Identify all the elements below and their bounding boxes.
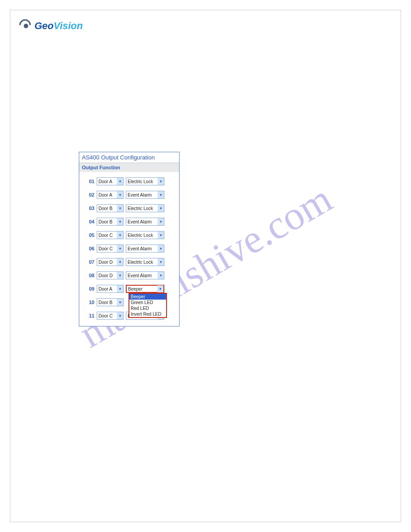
- door-select[interactable]: Door D▾: [97, 271, 124, 279]
- function-dropdown[interactable]: Beeper Green LED Red LED Invert Red LED: [128, 293, 167, 318]
- door-select-value: Door A: [98, 287, 112, 292]
- door-select[interactable]: Door C▾: [97, 245, 124, 253]
- chevron-down-icon: ▾: [158, 272, 164, 279]
- function-select[interactable]: Event Alarm▾: [126, 271, 164, 279]
- function-select-value: Event Alarm: [128, 246, 152, 251]
- door-select-value: Door A: [98, 179, 112, 184]
- function-select-value: Electric Lock: [128, 233, 153, 238]
- function-select[interactable]: Event Alarm▾: [126, 218, 164, 226]
- dropdown-option[interactable]: Invert Red LED: [129, 311, 166, 317]
- chevron-down-icon: ▾: [158, 205, 164, 212]
- output-config-panel: AS400 Output Configuration Output Functi…: [79, 152, 180, 326]
- chevron-down-icon: ▾: [117, 272, 123, 279]
- row-number: 08: [85, 273, 94, 278]
- chevron-down-icon: ▾: [117, 218, 123, 225]
- door-select-value: Door A: [98, 193, 112, 197]
- output-row: 06 Door C▾ Event Alarm▾: [82, 242, 176, 255]
- door-select-value: Door D: [98, 273, 113, 278]
- function-select-value: Electric Lock: [128, 206, 153, 211]
- door-select[interactable]: Door A▾: [97, 177, 124, 185]
- logo-text: GeoVision: [34, 20, 83, 32]
- row-number: 04: [85, 219, 94, 224]
- function-select[interactable]: Electric Lock▾: [126, 258, 164, 266]
- logo-icon: [19, 19, 33, 33]
- door-select[interactable]: Door C▾: [97, 312, 124, 320]
- door-select-value: Door C: [98, 246, 113, 251]
- function-select[interactable]: Electric Lock▾: [126, 231, 164, 239]
- output-row: 08 Door D▾ Event Alarm▾: [82, 269, 176, 282]
- function-select-value: Electric Lock: [128, 260, 153, 265]
- chevron-down-icon: ▾: [157, 285, 163, 292]
- row-number: 06: [85, 246, 94, 251]
- function-select-value: Event Alarm: [128, 219, 152, 224]
- logo-geo: Geo: [34, 20, 54, 31]
- door-select[interactable]: Door A▾: [97, 285, 124, 293]
- chevron-down-icon: ▾: [117, 299, 123, 306]
- door-select-value: Door B: [98, 219, 112, 224]
- function-select[interactable]: Beeper▾: [126, 285, 164, 293]
- door-select[interactable]: Door D▾: [97, 258, 124, 266]
- chevron-down-icon: ▾: [117, 232, 123, 239]
- output-row: 05 Door C▾ Electric Lock▾: [82, 228, 176, 242]
- panel-title: AS400 Output Configuration: [79, 152, 179, 163]
- output-row: 04 Door B▾ Event Alarm▾: [82, 215, 176, 228]
- function-select[interactable]: Event Alarm▾: [126, 191, 164, 199]
- dropdown-option[interactable]: Beeper: [129, 294, 166, 300]
- door-select[interactable]: Door B▾: [97, 204, 124, 212]
- door-select-value: Door D: [98, 260, 113, 265]
- brand-logo: GeoVision: [19, 19, 83, 33]
- output-row: 02 Door A▾ Event Alarm▾: [82, 188, 176, 202]
- output-row: 07 Door D▾ Electric Lock▾: [82, 255, 176, 269]
- function-select[interactable]: Electric Lock▾: [126, 204, 164, 212]
- chevron-down-icon: ▾: [158, 232, 164, 239]
- chevron-down-icon: ▾: [117, 205, 123, 212]
- row-number: 05: [85, 232, 94, 238]
- function-select-value: Event Alarm: [128, 273, 152, 278]
- door-select[interactable]: Door B▾: [97, 298, 124, 306]
- door-select-value: Door B: [98, 206, 112, 211]
- chevron-down-icon: ▾: [158, 258, 164, 266]
- chevron-down-icon: ▾: [158, 191, 164, 198]
- chevron-down-icon: ▾: [158, 245, 164, 252]
- chevron-down-icon: ▾: [117, 178, 123, 185]
- door-select-value: Door C: [98, 233, 113, 238]
- output-row: 01 Door A▾ Electric Lock▾: [82, 175, 176, 188]
- chevron-down-icon: ▾: [117, 245, 123, 252]
- function-select-value: Electric Lock: [128, 179, 153, 184]
- row-number: 02: [85, 192, 94, 197]
- function-select-value: Event Alarm: [128, 193, 152, 197]
- row-number: 01: [85, 179, 94, 184]
- logo-vision: Vision: [54, 20, 83, 31]
- function-select[interactable]: Electric Lock▾: [126, 177, 164, 185]
- row-number: 09: [85, 286, 94, 292]
- dropdown-option[interactable]: Red LED: [129, 305, 166, 311]
- chevron-down-icon: ▾: [117, 285, 123, 292]
- chevron-down-icon: ▾: [117, 312, 123, 319]
- document-page: GeoVision manualshive.com AS400 Output C…: [10, 10, 401, 522]
- output-rows: 01 Door A▾ Electric Lock▾ 02 Door A▾ Eve…: [79, 172, 179, 326]
- chevron-down-icon: ▾: [158, 218, 164, 225]
- door-select-value: Door B: [98, 300, 112, 305]
- panel-subtitle: Output Function: [79, 163, 179, 172]
- chevron-down-icon: ▾: [158, 178, 164, 185]
- dropdown-option[interactable]: Green LED: [129, 300, 166, 305]
- function-select[interactable]: Event Alarm▾: [126, 245, 164, 253]
- row-number: 03: [85, 206, 94, 211]
- door-select[interactable]: Door B▾: [97, 218, 124, 226]
- row-number: 10: [85, 300, 94, 305]
- door-select[interactable]: Door C▾: [97, 231, 124, 239]
- row-number: 11: [85, 313, 94, 318]
- output-row: 03 Door B▾ Electric Lock▾: [82, 202, 176, 215]
- chevron-down-icon: ▾: [117, 191, 123, 198]
- door-select-value: Door C: [98, 313, 113, 318]
- output-row: 09 Door A▾ Beeper▾ Beeper Green LED Red …: [82, 282, 176, 296]
- row-number: 07: [85, 259, 94, 265]
- door-select[interactable]: Door A▾: [97, 191, 124, 199]
- function-select-value: Beeper: [128, 287, 142, 292]
- chevron-down-icon: ▾: [117, 258, 123, 266]
